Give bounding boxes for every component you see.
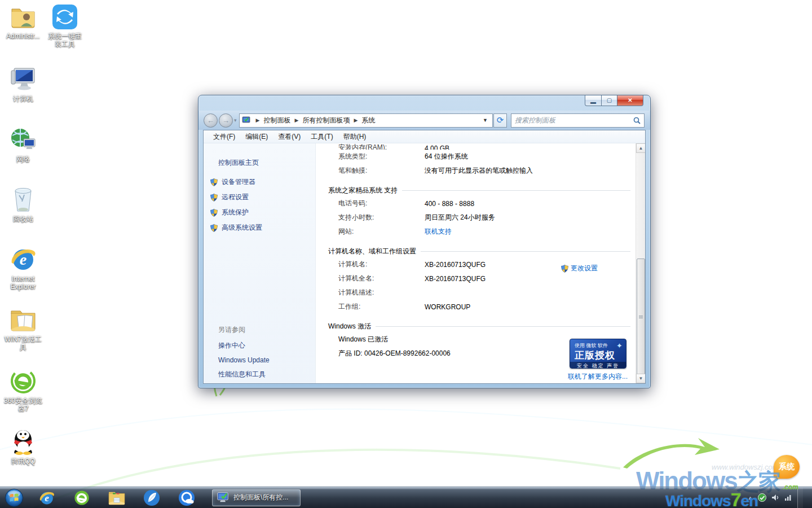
windows-start-orb-icon bbox=[5, 488, 24, 507]
forward-button[interactable]: → bbox=[219, 113, 233, 128]
desktop-icon-recycle-bin[interactable]: 回收站 bbox=[1, 184, 45, 223]
desktop-icon-label: Internet Explorer bbox=[1, 275, 45, 291]
navigation-bar: ← → ▾ ▶控制面板▶所有控制面板项▶系统 ▼ ⟳ 搜索控制面板 bbox=[198, 111, 650, 130]
info-label: 系统类型: bbox=[338, 152, 425, 161]
search-box[interactable]: 搜索控制面板 bbox=[511, 113, 645, 128]
start-button[interactable] bbox=[3, 488, 25, 507]
see-also-link[interactable]: 性能信息和工具 bbox=[204, 367, 315, 382]
info-row: 支持小时数: 周日至周六 24小时服务 bbox=[328, 211, 645, 225]
menu-item[interactable]: 文件(F) bbox=[208, 130, 240, 143]
main-panel: 安装内存(RAM): 4.00 GB 系统类型: 64 位操作系统 笔和触摸: … bbox=[316, 143, 645, 383]
breadcrumb-item[interactable]: 所有控制面板项 bbox=[302, 116, 350, 125]
action-center-check-icon[interactable] bbox=[758, 493, 766, 502]
info-label: 支持小时数: bbox=[338, 213, 425, 222]
breadcrumb: ▶控制面板▶所有控制面板项▶系统 bbox=[252, 116, 376, 125]
taskbar-explorer-icon[interactable] bbox=[105, 489, 129, 507]
menu-item[interactable]: 帮助(H) bbox=[338, 130, 372, 143]
sidebar-task-label: 远程设置 bbox=[222, 192, 249, 202]
window-titlebar[interactable]: ▬ ▢ ✕ bbox=[198, 95, 650, 111]
computer-section-title: 计算机名称、域和工作组设置 bbox=[328, 247, 416, 256]
desktop-icon-network[interactable]: 网络 bbox=[1, 125, 45, 163]
back-button[interactable]: ← bbox=[204, 113, 218, 128]
desktop-icon-win7-activator[interactable]: WIN7激活工 具 bbox=[1, 306, 45, 351]
support-section-title: 系统之家精品系统 支持 bbox=[328, 186, 398, 195]
info-label: 工作组: bbox=[338, 302, 425, 312]
sidebar-task-link[interactable]: 系统保护 bbox=[204, 205, 315, 220]
uac-shield-icon bbox=[561, 265, 568, 273]
learn-more-link[interactable]: 联机了解更多内容... bbox=[568, 372, 628, 382]
menu-item[interactable]: 查看(V) bbox=[273, 130, 306, 143]
product-id: 产品 ID: 00426-OEM-8992662-00006 bbox=[338, 349, 451, 358]
sidebar-item-control-panel-home[interactable]: 控制面板主页 bbox=[204, 156, 315, 170]
desktop-icon-360-browser[interactable]: 360安全浏览 器7 bbox=[1, 367, 45, 413]
sidebar-task-link[interactable]: 高级系统设置 bbox=[204, 220, 315, 235]
close-button[interactable]: ✕ bbox=[617, 95, 643, 106]
taskbar-360-browser-icon[interactable] bbox=[70, 489, 94, 507]
menu-item[interactable]: 编辑(E) bbox=[240, 130, 273, 143]
see-also-link[interactable]: 操作中心 bbox=[204, 338, 315, 353]
system-info-rows: 安装内存(RAM): 4.00 GB 系统类型: 64 位操作系统 笔和触摸: … bbox=[328, 143, 645, 178]
scroll-down-arrow[interactable]: ▼ bbox=[636, 374, 645, 383]
taskbar-qq-browser-icon[interactable] bbox=[175, 489, 198, 507]
volume-icon[interactable] bbox=[771, 494, 779, 501]
info-value[interactable]: 400 - 888 - 8888 bbox=[425, 200, 474, 208]
desktop-icon-reinstall-tool[interactable]: 系统一键重 装工具 bbox=[43, 3, 87, 48]
desktop-icon-administrator[interactable]: Administr... bbox=[1, 3, 45, 40]
support-rows: 电话号码: 400 - 888 - 8888 支持小时数: 周日至周六 24小时… bbox=[328, 196, 645, 239]
scroll-up-arrow[interactable]: ▲ bbox=[636, 143, 645, 153]
taskbar-ie-icon[interactable]: e bbox=[35, 489, 59, 507]
info-label: 安装内存(RAM): bbox=[338, 143, 425, 150]
taskbar-feather-browser-icon[interactable] bbox=[140, 489, 164, 507]
system-task-icon bbox=[217, 492, 230, 503]
info-value: 64 位操作系统 bbox=[425, 152, 468, 161]
uac-shield-icon bbox=[210, 209, 218, 217]
search-placeholder: 搜索控制面板 bbox=[515, 116, 633, 125]
section-rule bbox=[402, 190, 630, 191]
vertical-scrollbar[interactable]: ▲ ▼ bbox=[636, 143, 645, 383]
network-tray-icon[interactable] bbox=[784, 494, 792, 501]
maximize-button[interactable]: ▢ bbox=[602, 95, 617, 106]
see-also-link[interactable]: Windows Update bbox=[204, 353, 315, 367]
info-value[interactable]: 联机支持 bbox=[425, 227, 452, 237]
recent-pages-chevron-icon[interactable]: ▾ bbox=[234, 117, 237, 123]
info-label: 电话号码: bbox=[338, 199, 425, 208]
network-icon bbox=[9, 125, 37, 154]
scrollbar-thumb[interactable] bbox=[637, 259, 645, 376]
change-settings-link[interactable]: 更改设置 bbox=[561, 264, 598, 273]
qq-icon bbox=[10, 427, 37, 456]
breadcrumb-item[interactable]: 系统 bbox=[361, 116, 375, 125]
see-also-header: 另请参阅 bbox=[204, 323, 315, 338]
breadcrumb-item[interactable]: 控制面板 bbox=[263, 116, 290, 125]
menu-item[interactable]: 工具(T) bbox=[306, 130, 338, 143]
see-also-links: 操作中心Windows Update性能信息和工具 bbox=[204, 338, 315, 382]
info-row: 网站: 联机支持 bbox=[328, 225, 645, 239]
desktop-icon-label: 腾讯QQ bbox=[1, 457, 45, 465]
sidebar-task-link[interactable]: 远程设置 bbox=[204, 190, 315, 205]
sidebar-tasks: 设备管理器 远程设置 bbox=[204, 174, 315, 235]
section-rule bbox=[376, 326, 630, 327]
desktop-icon-internet-explorer[interactable]: e Internet Explorer bbox=[1, 245, 45, 291]
info-row: 计算机描述: bbox=[328, 286, 645, 300]
reinstall-tool-icon bbox=[51, 3, 78, 30]
info-label: 网站: bbox=[338, 227, 425, 237]
task-button-label: 控制面板\所有控... bbox=[233, 493, 288, 502]
sidebar-task-link[interactable]: 设备管理器 bbox=[204, 174, 315, 190]
info-value: 没有可用于此显示器的笔或触控输入 bbox=[425, 166, 533, 176]
desktop-icon-label: 网络 bbox=[1, 155, 45, 163]
uac-shield-icon bbox=[210, 178, 218, 186]
info-label: 笔和触摸: bbox=[338, 166, 425, 176]
info-value[interactable]: 周日至周六 24小时服务 bbox=[425, 213, 495, 222]
minimize-button[interactable]: ▬ bbox=[585, 95, 602, 106]
info-row: 笔和触摸: 没有可用于此显示器的笔或触控输入 bbox=[328, 164, 645, 178]
address-bar[interactable]: ▶控制面板▶所有控制面板项▶系统 ▼ bbox=[239, 113, 493, 128]
desktop-icon-tencent-qq[interactable]: 腾讯QQ bbox=[1, 427, 45, 465]
info-value: XB-20160713QUFG bbox=[425, 275, 486, 283]
taskbar-task-button-control-panel[interactable]: 控制面板\所有控... bbox=[212, 489, 301, 506]
uac-shield-icon bbox=[210, 194, 218, 202]
address-dropdown-icon[interactable]: ▼ bbox=[480, 117, 490, 123]
genuine-microsoft-badge: 使用 微软 软件✦ 正版授权 安全 稳定 声誉 bbox=[570, 339, 626, 369]
info-label: 计算机描述: bbox=[338, 288, 425, 297]
refresh-button[interactable]: ⟳ bbox=[493, 113, 507, 128]
desktop-icon-computer[interactable]: 计算机 bbox=[1, 65, 45, 103]
info-row: 工作组: WORKGROUP bbox=[328, 300, 645, 314]
